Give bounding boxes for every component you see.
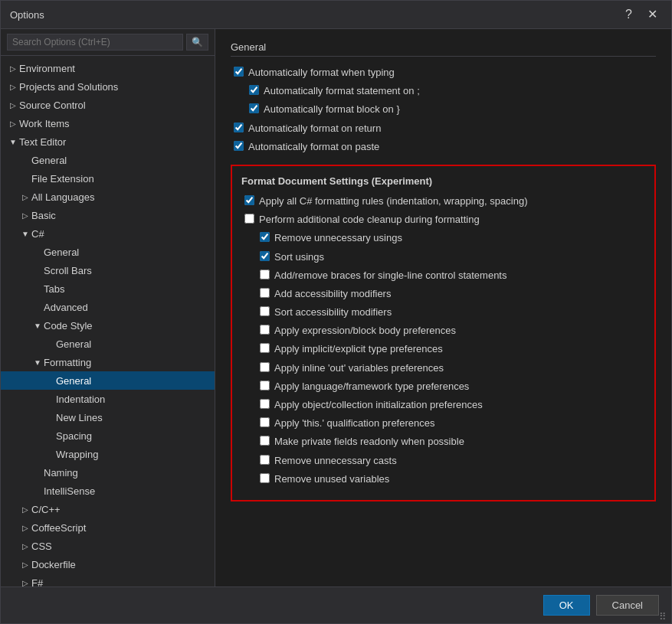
checkbox-auto-format-statement[interactable] (249, 85, 259, 95)
tree-item-te-general[interactable]: General (1, 151, 215, 169)
fmtcb-apply-inline-out[interactable] (260, 362, 270, 372)
tree-item-cs-general[interactable]: General (1, 243, 215, 261)
fmtlabel-apply-inline-out: Apply inline 'out' variables preferences (274, 361, 444, 375)
fmtcb-apply-implicit-explicit[interactable] (260, 343, 270, 353)
options-dialog: Options ? ✕ 🔍 ▷Environment▷Projects and … (0, 0, 672, 624)
fmtcb-remove-unused-variables[interactable] (260, 473, 270, 483)
fmtcb-row-apply-expression-block: Apply expression/block body preferences (241, 324, 645, 338)
tree-item-fmt-indentation[interactable]: Indentation (1, 390, 215, 408)
checkbox-auto-format-return[interactable] (234, 123, 244, 132)
tree-arrow-cst-general (44, 338, 56, 350)
tree-label-te-css: CSS (31, 541, 52, 552)
tree-item-te-dockerfile[interactable]: ▷Dockerfile (1, 555, 215, 573)
tree-item-te-basic[interactable]: ▷Basic (1, 206, 215, 224)
fmtcb-row-remove-usings: Remove unnecessary usings (241, 231, 645, 245)
tree-item-te-cpp[interactable]: ▷C/C++ (1, 500, 215, 518)
tree-item-te-csharp[interactable]: ▼C# (1, 224, 215, 243)
tree-item-cs-intellisense[interactable]: IntelliSense (1, 482, 215, 500)
tree-arrow-fmt-indentation (44, 393, 56, 405)
tree-label-environment: Environment (19, 63, 75, 74)
tree-arrow-cs-general (31, 246, 44, 258)
fmtcb-make-private-readonly[interactable] (260, 436, 270, 446)
tree-label-cst-general: General (56, 338, 91, 350)
fmtcb-apply-this-qualification[interactable] (260, 417, 270, 427)
tree-item-te-coffeescript[interactable]: ▷CoffeeScript (1, 518, 215, 537)
close-button[interactable]: ✕ (643, 7, 662, 22)
tree-arrow-te-css: ▷ (19, 540, 31, 552)
ok-button[interactable]: OK (543, 595, 590, 616)
tree-arrow-projects-solutions: ▷ (7, 80, 19, 93)
fmtcb-row-sort-usings: Sort usings (241, 250, 645, 264)
tree-arrow-cs-scrollbars (31, 264, 44, 276)
fmtcb-add-remove-braces[interactable] (260, 270, 270, 279)
fmtcb-row-remove-unused-variables: Remove unused variables (241, 472, 645, 486)
tree-item-te-file-extension[interactable]: File Extension (1, 169, 215, 188)
tree-item-cs-codestyle[interactable]: ▼Code Style (1, 316, 215, 335)
tree-label-cs-tabs: Tabs (44, 283, 64, 295)
tree-item-fmt-newlines[interactable]: New Lines (1, 408, 215, 426)
search-input[interactable] (7, 34, 183, 51)
tree-item-cs-advanced[interactable]: Advanced (1, 298, 215, 316)
fmtlabel-apply-all-csharp: Apply all C# formatting rules (indentati… (259, 194, 527, 208)
tree-item-cs-scrollbars[interactable]: Scroll Bars (1, 261, 215, 279)
checkbox-auto-format-block[interactable] (249, 103, 259, 113)
search-button[interactable]: 🔍 (186, 34, 208, 51)
tree-arrow-cs-intellisense (31, 485, 44, 497)
help-button[interactable]: ? (621, 7, 637, 22)
fmtcb-add-accessibility[interactable] (260, 288, 270, 298)
fmtcb-row-make-private-readonly: Make private fields readonly when possib… (241, 435, 645, 449)
tree-item-te-css[interactable]: ▷CSS (1, 537, 215, 555)
label-auto-format-typing: Automatically format when typing (248, 66, 395, 80)
fmtcb-row-apply-all-csharp: Apply all C# formatting rules (indentati… (241, 194, 645, 208)
fmtcb-apply-all-csharp[interactable] (244, 195, 254, 205)
fmtlabel-apply-expression-block: Apply expression/block body preferences (274, 324, 456, 338)
tree-item-te-all-languages[interactable]: ▷All Languages (1, 188, 215, 206)
tree-label-fmt-newlines: New Lines (56, 412, 103, 423)
fmtcb-additional-cleanup[interactable] (244, 214, 254, 224)
tree-item-projects-solutions[interactable]: ▷Projects and Solutions (1, 77, 215, 96)
tree-arrow-te-coffeescript: ▷ (19, 521, 31, 534)
label-auto-format-paste: Automatically format on paste (248, 140, 379, 154)
tree-item-fmt-wrapping[interactable]: Wrapping (1, 445, 215, 463)
fmtcb-row-additional-cleanup: Perform additional code cleanup during f… (241, 213, 645, 227)
tree-label-te-all-languages: All Languages (31, 191, 94, 203)
tree-item-cs-tabs[interactable]: Tabs (1, 279, 215, 298)
tree-item-fmt-spacing[interactable]: Spacing (1, 426, 215, 445)
tree-item-fmt-general[interactable]: General (1, 371, 215, 390)
checkbox-auto-format-typing[interactable] (234, 67, 244, 77)
tree-item-work-items[interactable]: ▷Work Items (1, 114, 215, 132)
checkbox-row-auto-format-statement: Automatically format statement on ; (231, 84, 656, 98)
fmtcb-apply-object-collection[interactable] (260, 399, 270, 409)
tree-item-source-control[interactable]: ▷Source Control (1, 96, 215, 114)
tree-arrow-te-dockerfile: ▷ (19, 558, 31, 570)
tree-item-cs-naming[interactable]: Naming (1, 463, 215, 482)
fmtcb-remove-unnecessary-casts[interactable] (260, 455, 270, 465)
tree-arrow-te-all-languages: ▷ (19, 191, 31, 203)
fmtcb-sort-accessibility[interactable] (260, 306, 270, 316)
tree-item-cst-general[interactable]: General (1, 335, 215, 353)
resize-handle[interactable]: ⠿ (659, 611, 668, 620)
fmtcb-apply-expression-block[interactable] (260, 325, 270, 335)
checkbox-auto-format-paste[interactable] (234, 141, 244, 151)
fmtcb-apply-language-framework[interactable] (260, 381, 270, 390)
tree-label-te-fsharp: F# (31, 577, 43, 587)
tree-item-cst-formatting[interactable]: ▼Formatting (1, 353, 215, 371)
title-bar: Options ? ✕ (1, 1, 671, 29)
fmtlabel-add-accessibility: Add accessibility modifiers (274, 287, 391, 301)
sidebar: 🔍 ▷Environment▷Projects and Solutions▷So… (1, 29, 215, 586)
fmtcb-row-sort-accessibility: Sort accessibility modifiers (241, 305, 645, 319)
tree-label-te-cpp: C/C++ (31, 504, 61, 515)
tree-label-projects-solutions: Projects and Solutions (19, 81, 118, 93)
tree-item-environment[interactable]: ▷Environment (1, 59, 215, 77)
tree-arrow-fmt-newlines (44, 411, 56, 423)
fmtcb-sort-usings[interactable] (260, 251, 270, 261)
tree-label-cs-naming: Naming (44, 467, 78, 479)
tree-item-te-fsharp[interactable]: ▷F# (1, 573, 215, 586)
checkbox-row-auto-format-paste: Automatically format on paste (231, 140, 656, 154)
cancel-button[interactable]: Cancel (596, 595, 659, 616)
tree-item-text-editor[interactable]: ▼Text Editor (1, 132, 215, 151)
tree-arrow-work-items: ▷ (7, 117, 19, 129)
fmtcb-remove-usings[interactable] (260, 232, 270, 242)
fmtlabel-apply-implicit-explicit: Apply implicit/explicit type preferences (274, 342, 443, 356)
format-doc-title: Format Document Settings (Experiment) (241, 175, 645, 187)
